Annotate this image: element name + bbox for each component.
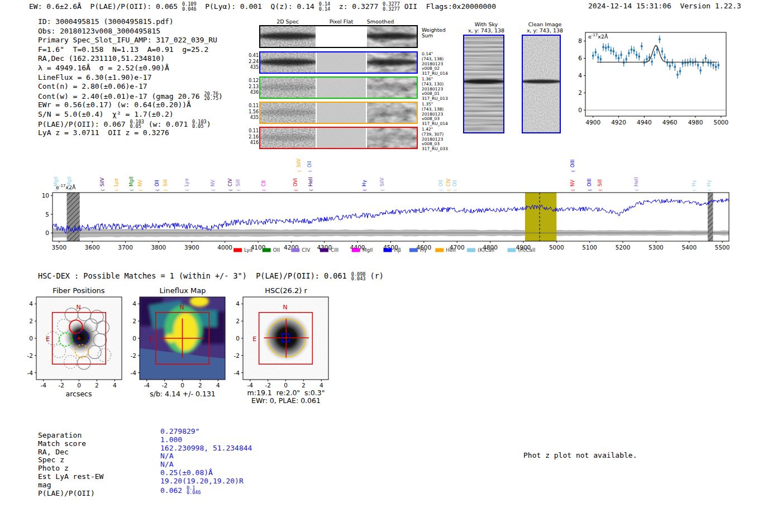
- line-label-group: {MgII: [53, 176, 59, 191]
- line-label: Hγ: [691, 180, 697, 186]
- masked-band: [708, 193, 713, 241]
- line-label: OIII: [586, 179, 592, 186]
- data-point: [610, 50, 612, 51]
- x-tick-label: 0: [180, 382, 184, 389]
- y-tick-label: -2: [27, 352, 33, 359]
- line-label-bracket: {: [635, 189, 639, 191]
- line-label-bracket: {: [155, 189, 160, 191]
- x-tick-label: 0: [284, 382, 288, 389]
- hsc-caption-1: m:19.1 re:2.0" s:0.3": [247, 389, 325, 397]
- sky-stripe: [464, 114, 503, 117]
- sky-stripe: [464, 97, 503, 99]
- y-tick-label: 2: [236, 318, 240, 324]
- table-row-value: 19.20(19.20,19.20)R: [160, 477, 252, 486]
- line-label: MgII: [53, 176, 59, 186]
- line-fit-plot: 02468490049204940496049805000e-17x2Å: [575, 27, 737, 133]
- line-label-group: {CIV: [227, 179, 233, 191]
- north-label: N: [283, 304, 288, 311]
- with-sky-title: With Sky: [457, 21, 516, 27]
- legend-swatch: [467, 248, 475, 252]
- east-label: E: [46, 336, 50, 343]
- x-tick-label: 5200: [616, 244, 631, 251]
- text-run: 0.279829": [160, 427, 199, 435]
- line-label-bracket: {: [297, 170, 302, 172]
- text-run: P(LAE)/P(OII): 0.067: [38, 119, 130, 128]
- sky-stripe: [464, 55, 503, 57]
- line-label-group: {Hγ: [691, 180, 697, 191]
- fiber-positions-svg: NE-4-4-2-2002244: [12, 293, 129, 394]
- text-run: 1.000: [160, 435, 182, 444]
- text-run: P(Lyα): 0.001 Q(z): 0.14: [197, 2, 319, 11]
- sup-sub-value: 20.7620.75: [204, 92, 218, 101]
- clean-image-subtitle: x, y: 743, 138: [516, 27, 574, 33]
- smoothed-cell: [367, 78, 417, 98]
- legend-swatch: [320, 248, 328, 252]
- smoothed-cell: [367, 26, 417, 47]
- line-label-group: {OIII: [586, 179, 592, 191]
- pixelflat-image: [317, 103, 366, 123]
- pixelflat-image: [317, 78, 366, 98]
- table-row-label: Est LyA rest-EW: [38, 473, 103, 481]
- data-point: [656, 49, 658, 50]
- data-point: [641, 45, 642, 47]
- spec2d-cell: [260, 52, 316, 73]
- sup-sub-value: 0.10.046: [187, 486, 201, 495]
- line-label: CII: [261, 180, 266, 186]
- data-point: [595, 51, 597, 53]
- smoothed-image: [367, 52, 417, 73]
- right-label: Weighted: [422, 27, 457, 33]
- info-line: EWr = 0.56(±0.17) (w: 0.64(±0.20))Å: [38, 100, 223, 110]
- line-label: SiII: [597, 179, 603, 186]
- data-point: [661, 50, 663, 52]
- cutout-row: [259, 102, 418, 124]
- line-label-bracket: {: [309, 189, 313, 191]
- cutout-row-left-labels: 0.111.56435: [247, 103, 259, 121]
- y-tick-label: 0: [29, 335, 33, 342]
- line-label-group: {HeII: [633, 177, 639, 191]
- line-label-bracket: {: [101, 189, 105, 191]
- cutout-row-left-labels: 0.112.16416: [247, 128, 259, 146]
- text-run: Cont(n) = 2.80(±0.06)e-17: [38, 82, 147, 90]
- sup-sub-value: 0.1030.05: [192, 119, 207, 129]
- text-run: N/A: [160, 452, 173, 460]
- line-label: MgII: [128, 176, 134, 186]
- y-tick-label: -2: [131, 352, 136, 359]
- data-point: [646, 58, 647, 60]
- table-row-label: Spec z: [38, 456, 103, 464]
- data-point: [600, 58, 602, 60]
- legend-label: MgII: [363, 247, 373, 253]
- left-label: 0.11: [247, 103, 259, 109]
- line-label-bracket: {: [164, 189, 168, 191]
- table-row-value: 1.000: [160, 436, 252, 444]
- x-tick-label: 5100: [582, 244, 597, 251]
- data-point: [615, 55, 617, 56]
- version-label: Version 1.22.3: [680, 2, 741, 10]
- line-label-bracket: {: [262, 189, 266, 191]
- line-label-group: {Lyα: [113, 178, 119, 191]
- line-label: CIV: [446, 179, 451, 186]
- dark-band: [367, 109, 417, 116]
- line-label-group: {NV: [137, 180, 143, 191]
- sub-value: 0.043: [351, 276, 366, 281]
- x-tick-label: 4920: [611, 119, 626, 126]
- right-label: 317_RU_013: [422, 97, 457, 102]
- x-tick-label: 4980: [688, 119, 703, 126]
- text-run: (w: 0.071: [144, 119, 192, 128]
- line-label-group: {OII: [438, 180, 444, 191]
- y-tick-label: 8: [578, 37, 582, 44]
- left-label: 435: [247, 65, 259, 71]
- line-label: SiIV: [379, 178, 385, 186]
- text-run: Obs: 20180123v008_3000495815: [38, 27, 160, 35]
- data-point: [681, 63, 683, 64]
- column-title-2dspec: 2D Spec: [276, 18, 299, 25]
- north-label: N: [180, 304, 184, 311]
- sub-value: 0.05: [192, 124, 207, 129]
- x-tick-label: 5300: [649, 244, 664, 251]
- table-row-label: P(LAE)/P(OII): [38, 490, 103, 498]
- data-point: [631, 49, 632, 50]
- line-label: SiIV: [296, 159, 302, 167]
- legend-swatch: [384, 248, 392, 252]
- line-label-group: {MgII: [128, 176, 134, 191]
- spec2d-cutout-grid: 2D Spec Pixel Flat Smoothed WeightedSum0…: [247, 18, 460, 155]
- table-row-label: Separation: [38, 432, 103, 440]
